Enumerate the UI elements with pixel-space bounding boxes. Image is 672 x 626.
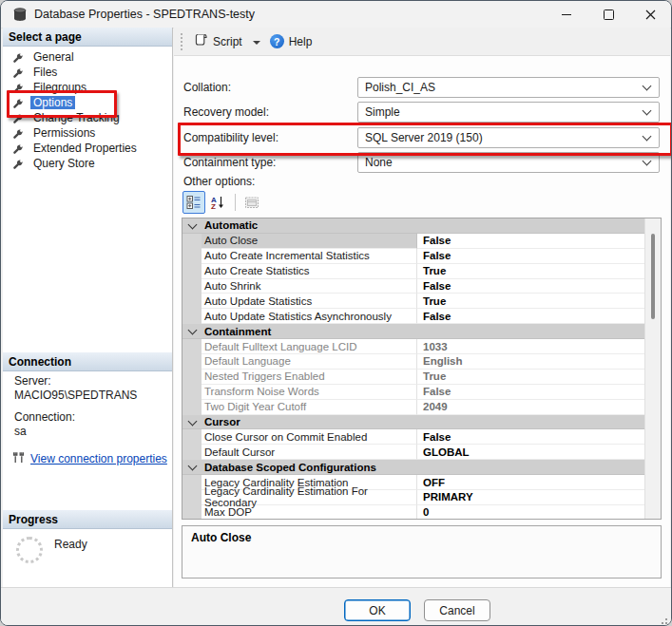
collation-combobox[interactable]: Polish_CI_AS xyxy=(357,77,660,98)
view-connection-properties-link[interactable]: View connection properties xyxy=(30,452,167,465)
grid-row-auto-update-statistics-asynchronously[interactable]: Auto Update Statistics AsynchronouslyFal… xyxy=(182,309,645,324)
grid-category-cursor[interactable]: Cursor xyxy=(182,415,645,430)
grid-property-value[interactable]: True xyxy=(417,294,645,309)
close-button[interactable] xyxy=(629,1,671,28)
grid-row-default-cursor[interactable]: Default CursorGLOBAL xyxy=(182,445,645,460)
grid-property-name: Auto Shrink xyxy=(202,279,417,294)
script-icon xyxy=(194,32,208,50)
connection-block: Server: MACIO95\SPEDTRANS Connection: sa… xyxy=(3,374,172,466)
grid-property-value[interactable]: English xyxy=(417,354,645,370)
wrench-icon xyxy=(11,142,24,155)
toolbar-separator xyxy=(235,194,236,211)
grid-row-auto-create-incremental-statistics[interactable]: Auto Create Incremental StatisticsFalse xyxy=(182,249,645,264)
connection-header: Connection xyxy=(3,352,172,371)
grid-property-value[interactable]: False xyxy=(417,279,645,294)
chevron-down-icon xyxy=(643,157,652,166)
grid-property-value[interactable]: False xyxy=(417,249,645,264)
grid-row-auto-update-statistics[interactable]: Auto Update StatisticsTrue xyxy=(182,294,645,309)
property-description-panel: Auto Close xyxy=(182,525,662,579)
collapse-chevron-icon xyxy=(187,326,197,335)
grid-row-close-cursor-on-commit-enabled[interactable]: Close Cursor on Commit EnabledFalse xyxy=(182,429,645,445)
grid-category-containment[interactable]: Containment xyxy=(182,324,645,339)
grid-category-automatic[interactable]: Automatic xyxy=(182,218,645,234)
grid-property-value[interactable]: True xyxy=(417,264,645,279)
grid-property-name: Two Digit Year Cutoff xyxy=(202,400,417,415)
recovery-model-combobox[interactable]: Simple xyxy=(357,102,660,123)
combobox-value: Simple xyxy=(365,105,643,119)
grid-row-two-digit-year-cutoff[interactable]: Two Digit Year Cutoff2049 xyxy=(182,400,645,415)
containment-type-label: Containment type: xyxy=(183,156,276,169)
alphabetical-sort-icon: A Z xyxy=(210,195,225,210)
toolbar-grip xyxy=(181,33,182,50)
grid-property-name: Close Cursor on Commit Enabled xyxy=(202,429,417,445)
grid-scrollbar[interactable] xyxy=(644,218,661,519)
grid-row-auto-create-statistics[interactable]: Auto Create StatisticsTrue xyxy=(182,264,645,279)
ok-button[interactable]: OK xyxy=(344,599,411,621)
grid-property-name: Auto Create Statistics xyxy=(202,264,417,279)
sidebar-item-label: Extended Properties xyxy=(30,142,140,155)
svg-text:Z: Z xyxy=(211,202,216,210)
grid-row-default-language[interactable]: Default LanguageEnglish xyxy=(182,354,645,370)
grid-row-default-fulltext-language-lcid[interactable]: Default Fulltext Language LCID1033 xyxy=(182,339,645,354)
sidebar-item-extended-properties[interactable]: Extended Properties xyxy=(3,141,172,156)
grid-property-value[interactable]: 1033 xyxy=(417,339,645,354)
categorized-view-button[interactable] xyxy=(182,191,205,214)
grid-property-value[interactable]: 0 xyxy=(417,505,645,519)
grid-row-nested-triggers-enabled[interactable]: Nested Triggers EnabledTrue xyxy=(182,370,645,385)
grid-property-value[interactable]: False xyxy=(417,309,645,324)
maximize-button[interactable] xyxy=(587,1,629,28)
options-property-grid: AutomaticAuto CloseFalseAuto Create Incr… xyxy=(182,218,662,520)
collapse-chevron-icon xyxy=(187,462,197,471)
recovery-model-label: Recovery model: xyxy=(183,105,269,119)
grid-row-max-dop[interactable]: Max DOP0 xyxy=(182,505,645,519)
grid-row-transform-noise-words[interactable]: Transform Noise WordsFalse xyxy=(182,385,645,400)
script-dropdown-arrow[interactable] xyxy=(253,41,260,45)
help-button[interactable]: ? Help xyxy=(266,31,317,51)
grid-property-value[interactable]: PRIMARY xyxy=(417,490,645,505)
chevron-down-icon xyxy=(643,82,652,91)
grid-property-value[interactable]: False xyxy=(417,429,645,445)
sidebar-item-files[interactable]: Files xyxy=(3,65,172,80)
grid-property-name: Auto Close xyxy=(202,234,417,249)
property-pages-icon xyxy=(244,196,259,209)
grid-row-auto-close[interactable]: Auto CloseFalse xyxy=(182,234,645,249)
grid-property-name: Default Language xyxy=(202,354,417,370)
sidebar-item-query-store[interactable]: Query Store xyxy=(3,156,172,171)
grid-property-value[interactable]: False xyxy=(417,385,645,400)
help-label: Help xyxy=(289,35,313,48)
form-row-recovery-model: Recovery model:Simple xyxy=(174,102,670,123)
chevron-down-icon xyxy=(643,106,652,116)
title-bar: Database Properties - SPEDTRANS-testy xyxy=(1,1,671,28)
maximize-icon xyxy=(604,9,614,20)
grid-property-value[interactable]: 2049 xyxy=(417,400,645,415)
connection-label: Connection: xyxy=(3,410,172,425)
other-options-label: Other options: xyxy=(183,175,255,188)
database-properties-dialog: Database Properties - SPEDTRANS-testy Se… xyxy=(0,0,672,626)
sidebar-item-general[interactable]: General xyxy=(3,49,172,65)
grid-row-auto-shrink[interactable]: Auto ShrinkFalse xyxy=(182,279,645,294)
grid-category-label: Containment xyxy=(202,324,271,338)
sidebar-item-label: Query Store xyxy=(30,157,98,170)
grid-category-database-scoped-configurations[interactable]: Database Scoped Configurations xyxy=(182,460,645,475)
alphabetical-sort-button[interactable]: A Z xyxy=(206,191,229,214)
cancel-button[interactable]: Cancel xyxy=(424,599,490,621)
grid-property-name: Max DOP xyxy=(202,505,417,519)
grid-property-value[interactable]: GLOBAL xyxy=(417,445,645,460)
grid-property-name: Auto Create Incremental Statistics xyxy=(202,249,417,264)
grid-property-value[interactable]: True xyxy=(417,370,645,385)
main-panel: Script ? Help Collation:Polish_CI_ASReco… xyxy=(174,28,670,587)
resize-grip[interactable] xyxy=(659,616,668,625)
minimize-button[interactable] xyxy=(546,1,587,28)
grid-row-legacy-cardinality-estimation-for-secondary[interactable]: Legacy Cardinality Estimation For Second… xyxy=(182,490,645,505)
annotation-box-compatibility-level xyxy=(178,123,672,156)
grid-scrollbar-thumb[interactable] xyxy=(651,234,655,319)
grid-category-label: Database Scoped Configurations xyxy=(202,460,376,474)
annotation-box-options xyxy=(7,90,117,118)
window-title: Database Properties - SPEDTRANS-testy xyxy=(34,8,255,21)
grid-property-value[interactable]: OFF xyxy=(417,475,645,490)
grid-property-value[interactable]: False xyxy=(417,234,645,249)
script-button[interactable]: Script xyxy=(190,29,246,53)
sidebar-item-permissions[interactable]: Permissions xyxy=(3,125,172,141)
collation-label: Collation: xyxy=(183,81,231,94)
grid-property-name: Auto Update Statistics xyxy=(202,294,417,309)
